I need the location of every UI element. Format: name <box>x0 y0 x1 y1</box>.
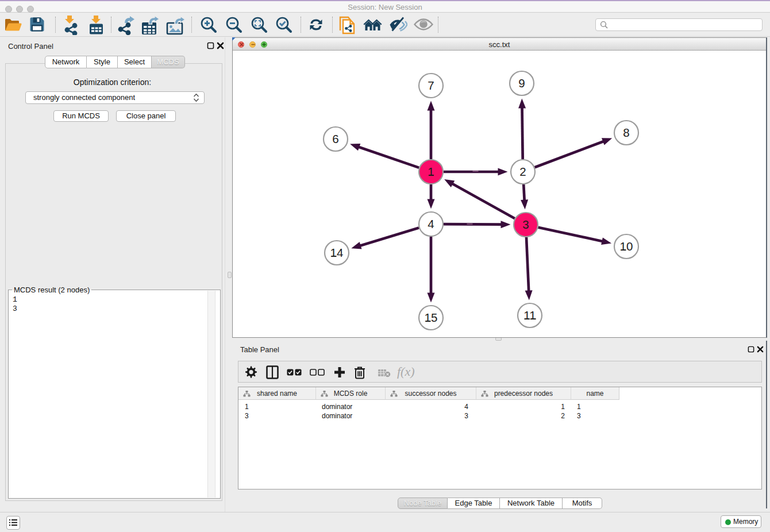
svg-text:15: 15 <box>425 311 438 324</box>
svg-text:14: 14 <box>330 246 344 259</box>
svg-text:1: 1 <box>428 165 434 178</box>
svg-text:6: 6 <box>332 132 338 145</box>
svg-text:3: 3 <box>522 218 529 231</box>
svg-text:11: 11 <box>523 309 536 322</box>
svg-text:10: 10 <box>620 240 633 253</box>
svg-text:4: 4 <box>428 217 434 230</box>
svg-text:8: 8 <box>623 126 629 139</box>
svg-text:2: 2 <box>519 165 526 178</box>
svg-text:9: 9 <box>518 76 525 90</box>
svg-text:7: 7 <box>428 79 434 92</box>
